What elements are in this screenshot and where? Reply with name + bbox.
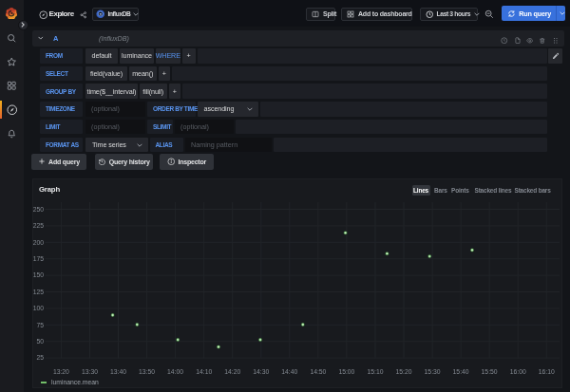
- svg-text:250: 250: [33, 206, 45, 213]
- svg-text:14:40: 14:40: [281, 368, 297, 375]
- svg-text:150: 150: [33, 271, 45, 278]
- svg-text:13:50: 13:50: [139, 368, 155, 375]
- svg-text:200: 200: [33, 239, 45, 246]
- svg-text:16:10: 16:10: [539, 368, 555, 375]
- svg-text:25: 25: [36, 354, 44, 361]
- svg-text:13:30: 13:30: [82, 368, 98, 375]
- svg-text:15:40: 15:40: [453, 368, 469, 375]
- svg-text:15:00: 15:00: [338, 368, 354, 375]
- svg-text:100: 100: [33, 305, 45, 311]
- svg-text:125: 125: [33, 289, 45, 295]
- svg-text:15:30: 15:30: [425, 368, 441, 375]
- svg-text:14:00: 14:00: [167, 368, 183, 375]
- svg-text:75: 75: [36, 322, 44, 328]
- svg-text:15:20: 15:20: [395, 368, 411, 375]
- svg-text:175: 175: [33, 255, 45, 262]
- svg-text:14:10: 14:10: [196, 368, 212, 375]
- svg-text:13:40: 13:40: [110, 368, 126, 375]
- svg-text:15:50: 15:50: [482, 368, 498, 375]
- svg-text:14:50: 14:50: [310, 368, 326, 375]
- svg-text:13:20: 13:20: [53, 368, 69, 375]
- svg-text:16:00: 16:00: [510, 368, 526, 375]
- svg-text:15:10: 15:10: [367, 368, 383, 375]
- svg-text:14:30: 14:30: [253, 368, 269, 375]
- svg-text:225: 225: [33, 222, 45, 229]
- svg-text:14:20: 14:20: [224, 368, 240, 375]
- svg-text:50: 50: [36, 338, 44, 345]
